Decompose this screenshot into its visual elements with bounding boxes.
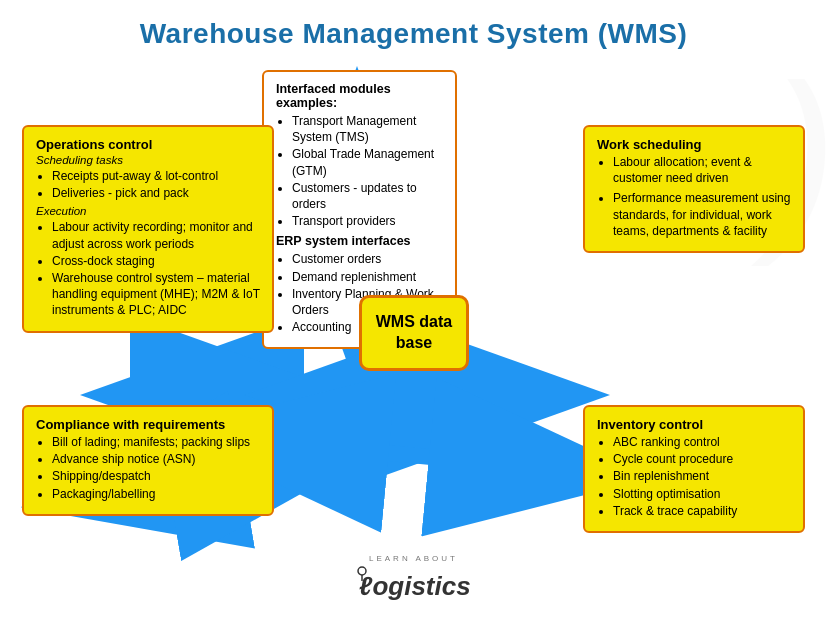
operations-list1: Receipts put-away & lot-control Deliveri… — [36, 168, 260, 201]
inv-item-5: Track & trace capability — [613, 503, 791, 519]
comp-item-3: Shipping/despatch — [52, 468, 260, 484]
inv-item-1: ABC ranking control — [613, 434, 791, 450]
work-scheduling-list2: Performance measurement using standards,… — [597, 190, 791, 239]
work-scheduling-list1: Labour allocation; event & customer need… — [597, 154, 791, 186]
work-scheduling-box: Work scheduling Labour allocation; event… — [583, 125, 805, 253]
comp-item-4: Packaging/labelling — [52, 486, 260, 502]
ws-item-1: Labour allocation; event & customer need… — [613, 154, 791, 186]
inv-item-3: Bin replenishment — [613, 468, 791, 484]
ops-item-3: Labour activity recording; monitor and a… — [52, 219, 260, 251]
comp-item-2: Advance ship notice (ASN) — [52, 451, 260, 467]
inv-item-4: Slotting optimisation — [613, 486, 791, 502]
wms-database-box: WMS data base — [359, 295, 469, 371]
inventory-control-box: Inventory control ABC ranking control Cy… — [583, 405, 805, 533]
page-container: ) Warehouse Management System (WMS) — [0, 0, 827, 620]
interfaced-item-1: Transport Management System (TMS) — [292, 113, 443, 145]
compliance-box: Compliance with requirements Bill of lad… — [22, 405, 274, 516]
wms-line2: base — [396, 334, 432, 351]
svg-line-8 — [357, 450, 620, 475]
interfaced-list: Transport Management System (TMS) Global… — [276, 113, 443, 229]
operations-title: Operations control — [36, 137, 260, 152]
compliance-title: Compliance with requirements — [36, 417, 260, 432]
erp-item-1: Customer orders — [292, 251, 443, 267]
comp-item-1: Bill of lading; manifests; packing slips — [52, 434, 260, 450]
erp-title: ERP system interfaces — [276, 234, 443, 248]
logo-svg: ℓogistics — [354, 563, 474, 603]
operations-subtitle2: Execution — [36, 205, 260, 217]
ops-item-2: Deliveries - pick and pack — [52, 185, 260, 201]
wms-line1: WMS data — [376, 313, 452, 330]
logo-area: LEARN ABOUT ℓogistics — [354, 554, 474, 608]
operations-subtitle1: Scheduling tasks — [36, 154, 260, 166]
page-title: Warehouse Management System (WMS) — [0, 0, 827, 60]
logo-brand: ℓogistics — [354, 563, 474, 608]
ws-item-2: Performance measurement using standards,… — [613, 190, 791, 239]
inventory-title: Inventory control — [597, 417, 791, 432]
interfaced-item-2: Global Trade Management (GTM) — [292, 146, 443, 178]
interfaced-title: Interfaced modules examples: — [276, 82, 443, 110]
erp-item-2: Demand replenishment — [292, 269, 443, 285]
work-scheduling-title: Work scheduling — [597, 137, 791, 152]
logo-learn-text: LEARN ABOUT — [354, 554, 474, 563]
interfaced-item-4: Transport providers — [292, 213, 443, 229]
operations-control-box: Operations control Scheduling tasks Rece… — [22, 125, 274, 333]
ops-item-4: Cross-dock staging — [52, 253, 260, 269]
ops-item-5: Warehouse control system – material hand… — [52, 270, 260, 319]
ops-item-1: Receipts put-away & lot-control — [52, 168, 260, 184]
inventory-list: ABC ranking control Cycle count procedur… — [597, 434, 791, 519]
interfaced-item-3: Customers - updates to orders — [292, 180, 443, 212]
inv-item-2: Cycle count procedure — [613, 451, 791, 467]
operations-list2: Labour activity recording; monitor and a… — [36, 219, 260, 318]
compliance-list: Bill of lading; manifests; packing slips… — [36, 434, 260, 502]
svg-text:ℓogistics: ℓogistics — [359, 571, 471, 601]
